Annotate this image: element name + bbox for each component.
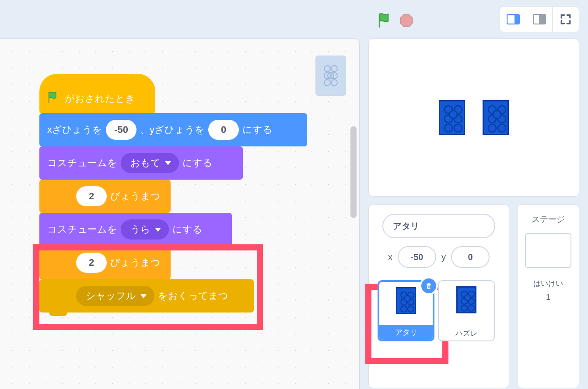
svg-point-10 [331, 80, 337, 86]
scrollbar-thumb[interactable] [350, 126, 357, 218]
stop-icon[interactable] [400, 14, 413, 27]
code-area[interactable]: がおされたとき xざひょうを -50 、yざひょうを 0 にする コスチュームを… [0, 38, 360, 389]
svg-point-32 [408, 306, 414, 312]
svg-point-25 [498, 124, 506, 132]
svg-point-37 [465, 295, 471, 301]
costume1-pre: コスチュームを [47, 156, 117, 170]
stage-preview[interactable] [368, 38, 579, 197]
wait-block-1[interactable]: 2 びょうまつ [39, 180, 171, 213]
sprite-watermark [315, 56, 346, 96]
svg-point-6 [331, 66, 337, 72]
svg-point-9 [324, 80, 330, 86]
backdrop-count: 1 [546, 293, 550, 302]
svg-point-31 [401, 306, 407, 312]
y-label: y [441, 252, 446, 262]
sprite-name-input[interactable]: アタリ [382, 214, 495, 238]
goto-x-input[interactable]: -50 [106, 120, 136, 140]
svg-point-5 [324, 66, 330, 72]
sprite-thumb-icon [396, 287, 416, 314]
broadcast-dropdown[interactable]: シャッフル [76, 286, 154, 306]
large-stage-button[interactable] [526, 7, 553, 32]
block-stack[interactable]: がおされたとき xざひょうを -50 、yざひょうを 0 にする コスチュームを… [39, 74, 307, 313]
svg-rect-4 [539, 14, 546, 24]
svg-rect-2 [514, 14, 519, 24]
fullscreen-button[interactable] [553, 7, 579, 32]
svg-point-30 [404, 295, 410, 302]
costume2-pre: コスチュームを [47, 223, 117, 236]
wait2-suf: びょうまつ [110, 256, 161, 269]
goto-mid: 、yざひょうを [140, 123, 205, 136]
svg-point-17 [444, 124, 452, 132]
costume2-dropdown[interactable]: うら [121, 219, 169, 240]
when-flag-label: がおされたとき [65, 92, 135, 105]
goto-xy-block[interactable]: xざひょうを -50 、yざひょうを 0 にする [39, 113, 307, 146]
view-mode-buttons [500, 6, 579, 32]
stage-thumbnail[interactable] [525, 233, 571, 268]
dropdown-arrow-icon [155, 228, 161, 232]
svg-marker-0 [400, 14, 413, 27]
stage-sprite-card-2[interactable] [483, 100, 509, 135]
sprite-item-label: アタリ [379, 325, 433, 340]
costume1-suf: にする [182, 156, 213, 170]
svg-point-24 [488, 124, 496, 132]
switch-costume-block-2[interactable]: コスチュームを うら にする [39, 213, 232, 246]
broadcast-and-wait-block[interactable]: シャッフル をおくってまつ [39, 279, 254, 313]
svg-point-16 [449, 111, 457, 118]
stage-title: ステージ [532, 214, 565, 225]
sprite-name-value: アタリ [393, 220, 419, 232]
sprite-item-label: ハズレ [439, 326, 494, 340]
wait1-suf: びょうまつ [110, 190, 161, 203]
sprite-y-value: 0 [468, 252, 472, 262]
sprite-x-input[interactable]: -50 [398, 246, 436, 268]
wait1-input[interactable]: 2 [76, 186, 107, 206]
svg-point-39 [468, 305, 474, 311]
flag-in-block-icon [47, 91, 60, 107]
delete-sprite-button[interactable] [420, 277, 438, 295]
svg-point-18 [454, 124, 462, 132]
costume2-suf: にする [172, 223, 203, 236]
sprite-y-input[interactable]: 0 [451, 246, 490, 268]
goto-y-input[interactable]: 0 [208, 120, 239, 140]
wait2-input[interactable]: 2 [76, 253, 107, 273]
top-bar [0, 0, 588, 38]
switch-costume-block-1[interactable]: コスチュームを おもて にする [39, 146, 243, 180]
broadcast-suf: をおくってまつ [158, 289, 228, 302]
goto-suf: にする [242, 123, 273, 136]
goto-pre: xざひょうを [47, 123, 102, 136]
x-label: x [388, 252, 392, 262]
backdrop-label: はいけい [533, 278, 563, 288]
sprite-coords: x -50 y 0 [378, 246, 500, 268]
sprite-info-panel: アタリ x -50 y 0 アタリ [368, 205, 509, 388]
wait-block-2[interactable]: 2 びょうまつ [39, 246, 171, 279]
when-flag-clicked-block[interactable]: がおされたとき [39, 74, 155, 113]
dropdown-arrow-icon [165, 161, 171, 165]
sprite-x-value: -50 [411, 252, 424, 262]
broadcast-dd-label: シャッフル [86, 289, 136, 302]
svg-point-23 [493, 111, 501, 118]
run-controls [377, 12, 413, 29]
sprite-item-atari[interactable]: アタリ [378, 280, 434, 341]
small-stage-button[interactable] [500, 7, 526, 32]
green-flag-icon[interactable] [377, 12, 393, 29]
stage-selector-panel: ステージ はいけい 1 [517, 205, 579, 388]
dropdown-arrow-icon [140, 294, 147, 298]
sprite-thumb-icon [456, 286, 476, 313]
sprite-list: アタリ ハズレ [378, 280, 500, 341]
costume1-dropdown[interactable]: おもて [121, 153, 179, 173]
svg-point-38 [461, 305, 467, 311]
stage-sprite-card-1[interactable] [439, 100, 465, 135]
sprite-item-hazure[interactable]: ハズレ [438, 280, 495, 341]
costume1-dd-label: おもて [130, 156, 161, 170]
costume2-dd-label: うら [130, 223, 150, 236]
